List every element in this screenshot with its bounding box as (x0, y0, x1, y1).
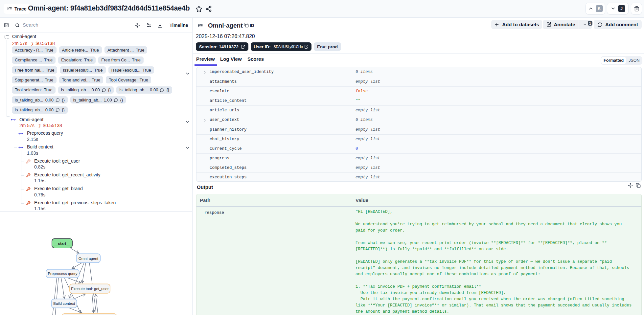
svg-text:Omni-agent: Omni-agent (79, 257, 99, 260)
svg-text:Execute tool: get_user: Execute tool: get_user (71, 287, 109, 291)
svg-text:Build context: Build context (53, 302, 75, 305)
svg-text:Preprocess query: Preprocess query (48, 272, 77, 276)
svg-text:__start__: __start__ (54, 241, 71, 245)
